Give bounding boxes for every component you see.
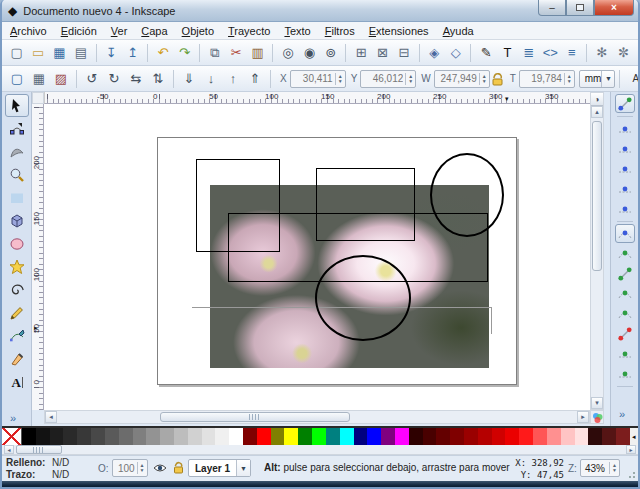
color-wheel-button[interactable] bbox=[590, 410, 604, 424]
menu-item-filtros[interactable]: Filtros bbox=[325, 25, 355, 37]
lower-to-bottom-icon[interactable]: ⇓ bbox=[179, 69, 199, 89]
tool-box-3d[interactable] bbox=[5, 209, 29, 232]
undo-icon[interactable]: ↶ bbox=[153, 43, 172, 63]
h-spin-arrows[interactable]: ▲▼ bbox=[564, 73, 574, 85]
palette-swatch-ff1a1a[interactable] bbox=[519, 428, 533, 445]
palette-swatch-383838[interactable] bbox=[77, 428, 91, 445]
snap-object-centers-icon[interactable] bbox=[615, 344, 635, 363]
snapbar-overflow-chevron[interactable]: » bbox=[619, 408, 625, 420]
copy-icon[interactable]: ⧉ bbox=[205, 43, 224, 63]
snap-cusp-nodes-icon[interactable] bbox=[615, 284, 635, 303]
snap-bounding-box-icon[interactable] bbox=[615, 119, 635, 138]
palette-swatch-f0f0f0[interactable] bbox=[215, 428, 229, 445]
path-line-vertical[interactable] bbox=[491, 307, 492, 334]
palette-swatch-b50000[interactable] bbox=[478, 428, 492, 445]
palette-swatch-00ff00[interactable] bbox=[312, 428, 326, 445]
new-document-icon[interactable]: ▢ bbox=[7, 43, 26, 63]
palette-swatch-7f0000[interactable] bbox=[450, 428, 464, 445]
flip-vertical-icon[interactable]: ⇅ bbox=[148, 69, 168, 89]
cut-icon[interactable]: ✂ bbox=[227, 43, 246, 63]
palette-swatch-eb0000[interactable] bbox=[505, 428, 519, 445]
save-document-icon[interactable]: ▦ bbox=[50, 43, 69, 63]
opacity-input[interactable] bbox=[113, 461, 137, 475]
palette-swatch-939393[interactable] bbox=[146, 428, 160, 445]
snap-paths-icon[interactable] bbox=[615, 244, 635, 263]
ungroup-icon[interactable]: ◇ bbox=[446, 43, 465, 63]
palette-overflow-arrow[interactable]: ◂ bbox=[630, 428, 638, 445]
tool-rectangle[interactable] bbox=[5, 186, 29, 209]
palette-swatch-9a0000[interactable] bbox=[464, 428, 478, 445]
resize-grip[interactable] bbox=[626, 469, 636, 479]
palette-scroll-right-arrow[interactable]: ▸ bbox=[626, 445, 636, 454]
layer-lock-icon[interactable] bbox=[170, 460, 186, 474]
palette-swatch-800080[interactable] bbox=[381, 428, 395, 445]
rotate-ccw-icon[interactable]: ↺ bbox=[82, 69, 102, 89]
snap-bbox-edge-midpoints-icon[interactable] bbox=[615, 179, 635, 198]
cms-toggle-button[interactable]: ◑ bbox=[591, 93, 603, 106]
tool-tweak[interactable] bbox=[5, 140, 29, 163]
export-icon[interactable]: ↥ bbox=[123, 43, 142, 63]
snap-bbox-corners-icon[interactable] bbox=[615, 159, 635, 178]
vertical-scrollbar[interactable]: ◑ ▴ ▾ bbox=[590, 92, 604, 410]
tool-ellipse[interactable] bbox=[5, 232, 29, 255]
palette-swatch-ff5555[interactable] bbox=[533, 428, 547, 445]
drawing-canvas[interactable] bbox=[44, 104, 590, 410]
palette-swatch-5a5a5a[interactable] bbox=[105, 428, 119, 445]
vertical-ruler[interactable]: ▸ 200150100500 bbox=[32, 104, 44, 410]
palette-swatch-7f7f7f[interactable] bbox=[133, 428, 147, 445]
lower-one-step-icon[interactable]: ↓ bbox=[201, 69, 221, 89]
flip-horizontal-icon[interactable]: ⇆ bbox=[126, 69, 146, 89]
snap-midpoints-icon[interactable] bbox=[615, 324, 635, 343]
horizontal-ruler[interactable]: ▾ -50050100150200250300350 bbox=[44, 92, 590, 104]
raise-to-top-icon[interactable]: ⇑ bbox=[245, 69, 265, 89]
palette-swatch-ffc4c4[interactable] bbox=[561, 428, 575, 445]
tool-pencil[interactable] bbox=[5, 301, 29, 324]
palette-swatch-000000[interactable] bbox=[22, 428, 36, 445]
raise-one-step-icon[interactable]: ↑ bbox=[223, 69, 243, 89]
open-document-icon[interactable]: ▭ bbox=[28, 43, 47, 63]
deselect-icon[interactable]: ▨ bbox=[51, 69, 71, 89]
w-input[interactable] bbox=[435, 72, 479, 86]
snap-bbox-edges-icon[interactable] bbox=[615, 139, 635, 158]
tool-zoom[interactable] bbox=[5, 163, 29, 186]
rotate-cw-icon[interactable]: ↻ bbox=[104, 69, 124, 89]
snap-path-intersections-icon[interactable] bbox=[615, 264, 635, 283]
palette-swatch-2e0a0a[interactable] bbox=[588, 428, 602, 445]
current-layer-dropdown[interactable]: Layer 1 ▼ bbox=[188, 459, 251, 477]
document-properties-icon[interactable]: ✼ bbox=[614, 43, 633, 63]
tool-bezier-pen[interactable] bbox=[5, 324, 29, 347]
menu-item-ver[interactable]: Ver bbox=[111, 25, 128, 37]
menu-item-trayecto[interactable]: Trayecto bbox=[228, 25, 270, 37]
snap-nodes-icon[interactable] bbox=[615, 224, 635, 243]
ellipse-shape-2[interactable] bbox=[315, 255, 411, 341]
palette-swatch-none[interactable] bbox=[2, 428, 22, 445]
palette-swatch-000080[interactable] bbox=[354, 428, 368, 445]
palette-swatch-ff9090[interactable] bbox=[547, 428, 561, 445]
palette-swatch-ffe2e2[interactable] bbox=[575, 428, 589, 445]
y-spin-arrows[interactable]: ▲▼ bbox=[405, 73, 415, 85]
tool-spiral[interactable] bbox=[5, 278, 29, 301]
zoom-input[interactable] bbox=[581, 461, 609, 475]
unit-dropdown[interactable]: mm▼ bbox=[579, 70, 616, 88]
palette-swatch-d00000[interactable] bbox=[492, 428, 506, 445]
text-dialog-icon[interactable]: T bbox=[498, 43, 517, 63]
paste-icon[interactable]: ▥ bbox=[248, 43, 267, 63]
palette-swatch-ff0000[interactable] bbox=[257, 428, 271, 445]
duplicate-icon[interactable]: ⊞ bbox=[351, 43, 370, 63]
palette-scroll-left-arrow[interactable]: ◂ bbox=[4, 445, 14, 454]
scroll-down-arrow[interactable]: ▾ bbox=[591, 397, 603, 409]
menu-item-extensiones[interactable]: Extensiones bbox=[369, 25, 429, 37]
scroll-right-arrow[interactable]: ▸ bbox=[577, 411, 589, 423]
palette-swatch-ff00ff[interactable] bbox=[395, 428, 409, 445]
close-button[interactable]: × bbox=[594, 0, 634, 16]
palette-swatch-7c1d1d[interactable] bbox=[616, 428, 630, 445]
select-all-icon[interactable]: ▢ bbox=[7, 69, 27, 89]
h-input[interactable] bbox=[520, 72, 564, 86]
tool-text[interactable]: A bbox=[5, 370, 29, 393]
fill-stroke-indicator[interactable]: Relleno:N/D Trazo:N/D bbox=[6, 457, 69, 481]
snap-rotation-center-icon[interactable] bbox=[615, 364, 635, 383]
menu-item-edicin[interactable]: Edición bbox=[61, 25, 97, 37]
x-input[interactable] bbox=[291, 72, 335, 86]
palette-swatch-490000[interactable] bbox=[423, 428, 437, 445]
palette-swatch-551414[interactable] bbox=[602, 428, 616, 445]
